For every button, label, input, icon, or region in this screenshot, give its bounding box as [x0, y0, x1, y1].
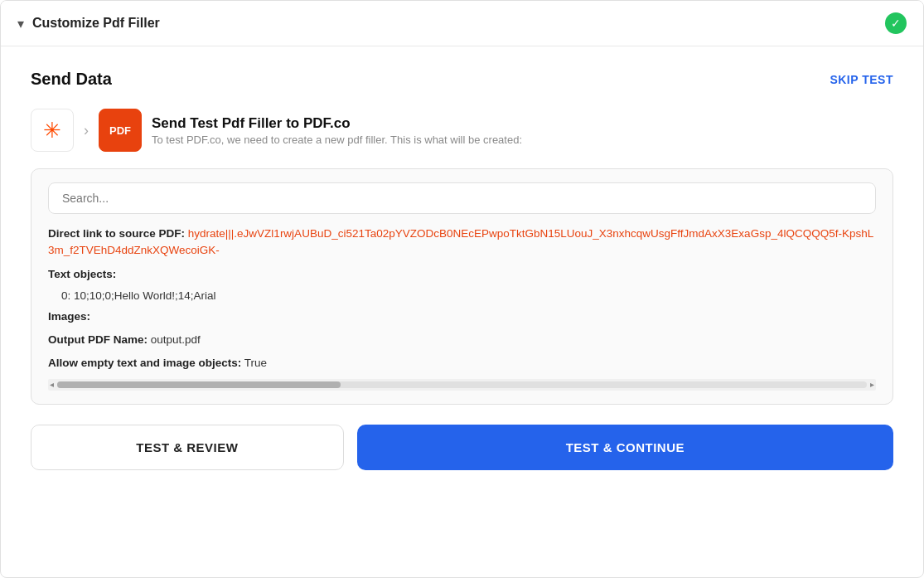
- integration-title: Send Test Pdf Filler to PDF.co: [152, 115, 522, 132]
- test-continue-button[interactable]: TEST & CONTINUE: [357, 425, 893, 470]
- images-label: Images:: [48, 310, 90, 323]
- data-panel: Direct link to source PDF: hydrate|||.eJ…: [31, 168, 893, 405]
- integration-subtitle: To test PDF.co, we need to create a new …: [152, 134, 522, 146]
- output-pdf-row: Output PDF Name: output.pdf: [48, 332, 876, 348]
- page-header: ▾ Customize Pdf Filler ✓: [1, 1, 923, 46]
- main-content: Send Data SKIP TEST ✳ › PDF Send Test Pd…: [1, 46, 923, 493]
- send-data-header: Send Data SKIP TEST: [31, 70, 893, 89]
- zapier-icon: ✳: [31, 109, 74, 152]
- action-buttons-row: TEST & REVIEW TEST & CONTINUE: [31, 425, 893, 470]
- output-pdf-label: Output PDF Name:: [48, 333, 148, 346]
- scroll-left-icon[interactable]: ◂: [50, 380, 54, 389]
- header-left: ▾ Customize Pdf Filler: [17, 16, 160, 32]
- search-input[interactable]: [48, 182, 876, 214]
- complete-check-icon: ✓: [885, 12, 907, 34]
- integration-row: ✳ › PDF Send Test Pdf Filler to PDF.co T…: [31, 109, 893, 152]
- scroll-right-icon[interactable]: ▸: [870, 380, 874, 389]
- output-pdf-value: output.pdf: [151, 333, 201, 346]
- text-objects-label: Text objects:: [48, 268, 116, 280]
- direct-link-row: Direct link to source PDF: hydrate|||.eJ…: [48, 226, 876, 260]
- send-data-title: Send Data: [31, 70, 112, 89]
- horizontal-scrollbar[interactable]: ◂ ▸: [48, 379, 876, 391]
- scroll-track: [57, 381, 867, 388]
- scroll-thumb: [57, 381, 341, 388]
- test-review-button[interactable]: TEST & REVIEW: [31, 425, 344, 470]
- allow-empty-label: Allow empty text and image objects:: [48, 357, 241, 369]
- allow-empty-row: Allow empty text and image objects: True: [48, 355, 876, 372]
- direct-link-label: Direct link to source PDF:: [48, 227, 185, 240]
- text-objects-value: 0: 10;10;0;Hello World!;14;Arial: [61, 289, 876, 302]
- arrow-icon: ›: [84, 122, 89, 139]
- skip-test-button[interactable]: SKIP TEST: [830, 73, 893, 86]
- page-title: Customize Pdf Filler: [32, 16, 160, 31]
- zapier-star-icon: ✳: [43, 118, 61, 143]
- pdf-logo-icon: PDF: [99, 109, 142, 152]
- images-row: Images:: [48, 308, 876, 325]
- chevron-down-icon[interactable]: ▾: [17, 16, 24, 32]
- text-objects-row: Text objects:: [48, 266, 876, 283]
- integration-info: Send Test Pdf Filler to PDF.co To test P…: [152, 115, 522, 146]
- allow-empty-value: True: [244, 357, 267, 369]
